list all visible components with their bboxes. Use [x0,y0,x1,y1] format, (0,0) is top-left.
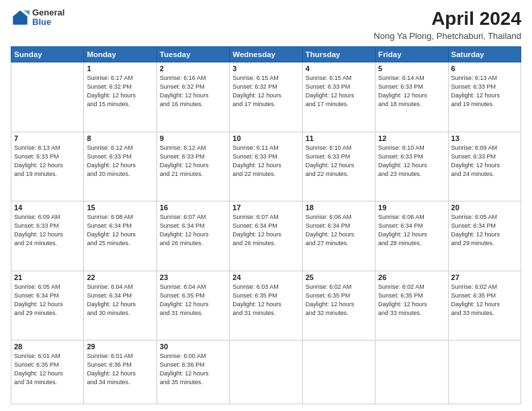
day-info: Sunrise: 6:07 AM Sunset: 6:34 PM Dayligh… [232,213,299,248]
calendar-cell [302,340,375,404]
day-number: 3 [232,64,299,73]
day-info: Sunrise: 6:10 AM Sunset: 6:33 PM Dayligh… [306,144,372,179]
day-info: Sunrise: 6:12 AM Sunset: 6:33 PM Dayligh… [160,144,226,179]
calendar-cell: 15Sunrise: 6:08 AM Sunset: 6:34 PM Dayli… [84,201,157,271]
weekday-header: Sunday [11,47,84,62]
calendar-cell: 14Sunrise: 6:09 AM Sunset: 6:33 PM Dayli… [11,201,84,271]
calendar-cell: 18Sunrise: 6:06 AM Sunset: 6:34 PM Dayli… [302,201,375,271]
day-number: 25 [306,273,372,281]
day-info: Sunrise: 6:00 AM Sunset: 6:36 PM Dayligh… [160,352,226,387]
calendar-cell: 30Sunrise: 6:00 AM Sunset: 6:36 PM Dayli… [157,340,229,404]
calendar-cell: 9Sunrise: 6:12 AM Sunset: 6:33 PM Daylig… [157,132,229,201]
day-info: Sunrise: 6:16 AM Sunset: 6:32 PM Dayligh… [160,74,226,109]
day-info: Sunrise: 6:06 AM Sunset: 6:34 PM Dayligh… [378,213,445,248]
calendar-cell [448,340,521,404]
main-title: April 2024 [373,8,521,30]
title-block: April 2024 Nong Ya Plong, Phetchaburi, T… [373,8,521,41]
weekday-header: Thursday [302,47,375,62]
day-info: Sunrise: 6:04 AM Sunset: 6:35 PM Dayligh… [160,283,226,318]
day-number: 12 [378,134,445,142]
day-number: 15 [87,203,153,212]
calendar-cell: 13Sunrise: 6:09 AM Sunset: 6:33 PM Dayli… [448,132,521,201]
day-info: Sunrise: 6:01 AM Sunset: 6:35 PM Dayligh… [14,352,81,387]
calendar-cell: 19Sunrise: 6:06 AM Sunset: 6:34 PM Dayli… [375,201,448,271]
day-number: 23 [160,273,226,281]
weekday-header: Wednesday [230,47,302,62]
calendar-cell: 16Sunrise: 6:07 AM Sunset: 6:34 PM Dayli… [157,201,229,271]
calendar-cell: 27Sunrise: 6:02 AM Sunset: 6:35 PM Dayli… [448,271,521,340]
calendar-week-row: 7Sunrise: 6:13 AM Sunset: 6:33 PM Daylig… [11,132,521,201]
weekday-header: Monday [84,47,157,62]
day-info: Sunrise: 6:12 AM Sunset: 6:33 PM Dayligh… [87,144,153,179]
day-number: 10 [232,134,299,142]
day-number: 21 [14,273,81,281]
day-info: Sunrise: 6:17 AM Sunset: 6:32 PM Dayligh… [87,74,153,109]
day-number: 1 [87,64,153,73]
calendar-cell: 1Sunrise: 6:17 AM Sunset: 6:32 PM Daylig… [84,62,157,132]
day-info: Sunrise: 6:13 AM Sunset: 6:33 PM Dayligh… [451,74,518,109]
weekday-header: Tuesday [157,47,229,62]
day-number: 17 [232,203,299,212]
calendar-cell: 6Sunrise: 6:13 AM Sunset: 6:33 PM Daylig… [448,62,521,132]
calendar-cell: 21Sunrise: 6:05 AM Sunset: 6:34 PM Dayli… [11,271,84,340]
day-number: 29 [87,342,153,351]
day-number: 13 [451,134,518,142]
calendar-table: SundayMondayTuesdayWednesdayThursdayFrid… [11,46,521,404]
calendar-week-row: 14Sunrise: 6:09 AM Sunset: 6:33 PM Dayli… [11,201,521,271]
logo-text: General Blue [32,8,64,28]
weekday-header: Friday [375,47,448,62]
day-info: Sunrise: 6:03 AM Sunset: 6:35 PM Dayligh… [232,283,299,318]
weekday-header: Saturday [448,47,521,62]
day-info: Sunrise: 6:08 AM Sunset: 6:34 PM Dayligh… [87,213,153,248]
calendar-cell: 5Sunrise: 6:14 AM Sunset: 6:33 PM Daylig… [375,62,448,132]
day-info: Sunrise: 6:13 AM Sunset: 6:33 PM Dayligh… [14,144,81,179]
day-info: Sunrise: 6:07 AM Sunset: 6:34 PM Dayligh… [160,213,226,248]
day-info: Sunrise: 6:01 AM Sunset: 6:36 PM Dayligh… [87,352,153,387]
calendar-header-row: SundayMondayTuesdayWednesdayThursdayFrid… [11,47,521,62]
day-number: 16 [160,203,226,212]
day-info: Sunrise: 6:02 AM Sunset: 6:35 PM Dayligh… [451,283,518,318]
calendar-cell: 8Sunrise: 6:12 AM Sunset: 6:33 PM Daylig… [84,132,157,201]
page: General Blue April 2024 Nong Ya Plong, P… [0,0,532,411]
day-number: 7 [14,134,81,142]
day-number: 2 [160,64,226,73]
day-number: 28 [14,342,81,351]
calendar-week-row: 1Sunrise: 6:17 AM Sunset: 6:32 PM Daylig… [11,62,521,132]
calendar-cell: 3Sunrise: 6:15 AM Sunset: 6:32 PM Daylig… [230,62,302,132]
calendar-cell: 24Sunrise: 6:03 AM Sunset: 6:35 PM Dayli… [230,271,302,340]
day-info: Sunrise: 6:04 AM Sunset: 6:34 PM Dayligh… [87,283,153,318]
day-number: 30 [160,342,226,351]
day-number: 24 [232,273,299,281]
day-info: Sunrise: 6:11 AM Sunset: 6:33 PM Dayligh… [232,144,299,179]
calendar-cell: 4Sunrise: 6:15 AM Sunset: 6:33 PM Daylig… [302,62,375,132]
calendar-week-row: 28Sunrise: 6:01 AM Sunset: 6:35 PM Dayli… [11,340,521,404]
calendar-week-row: 21Sunrise: 6:05 AM Sunset: 6:34 PM Dayli… [11,271,521,340]
day-info: Sunrise: 6:06 AM Sunset: 6:34 PM Dayligh… [306,213,372,248]
calendar-cell: 2Sunrise: 6:16 AM Sunset: 6:32 PM Daylig… [157,62,229,132]
calendar-cell: 28Sunrise: 6:01 AM Sunset: 6:35 PM Dayli… [11,340,84,404]
day-info: Sunrise: 6:05 AM Sunset: 6:34 PM Dayligh… [451,213,518,248]
calendar-cell: 7Sunrise: 6:13 AM Sunset: 6:33 PM Daylig… [11,132,84,201]
calendar-cell: 17Sunrise: 6:07 AM Sunset: 6:34 PM Dayli… [230,201,302,271]
calendar-body: 1Sunrise: 6:17 AM Sunset: 6:32 PM Daylig… [11,62,521,404]
calendar-cell: 23Sunrise: 6:04 AM Sunset: 6:35 PM Dayli… [157,271,229,340]
svg-rect-2 [13,17,28,25]
calendar-cell [375,340,448,404]
logo: General Blue [11,8,64,28]
calendar-cell: 12Sunrise: 6:10 AM Sunset: 6:33 PM Dayli… [375,132,448,201]
calendar-cell: 20Sunrise: 6:05 AM Sunset: 6:34 PM Dayli… [448,201,521,271]
day-info: Sunrise: 6:05 AM Sunset: 6:34 PM Dayligh… [14,283,81,318]
calendar-cell: 25Sunrise: 6:02 AM Sunset: 6:35 PM Dayli… [302,271,375,340]
day-number: 18 [306,203,372,212]
logo-blue-text: Blue [32,17,64,27]
day-info: Sunrise: 6:02 AM Sunset: 6:35 PM Dayligh… [306,283,372,318]
day-number: 11 [306,134,372,142]
calendar-cell: 10Sunrise: 6:11 AM Sunset: 6:33 PM Dayli… [230,132,302,201]
day-info: Sunrise: 6:09 AM Sunset: 6:33 PM Dayligh… [14,213,81,248]
day-number: 22 [87,273,153,281]
day-number: 8 [87,134,153,142]
day-number: 9 [160,134,226,142]
header: General Blue April 2024 Nong Ya Plong, P… [11,8,521,41]
day-number: 5 [378,64,445,73]
logo-icon [11,8,30,27]
